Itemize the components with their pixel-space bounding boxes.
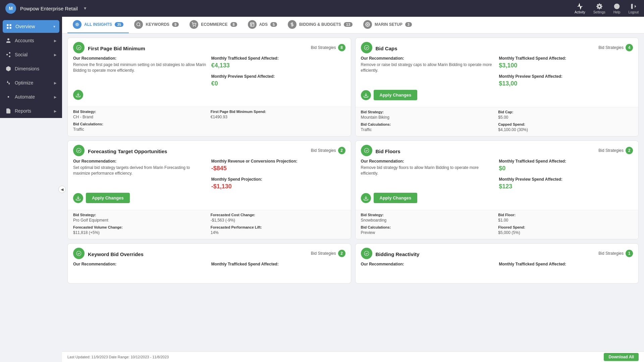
sidebar: Overview ▼ Accounts ▶ Social ▶ <box>0 17 62 118</box>
help-nav-item[interactable]: Help <box>613 3 621 14</box>
automate-icon <box>5 94 11 100</box>
svg-rect-3 <box>7 27 8 29</box>
logout-nav-item[interactable]: Logout <box>628 3 639 14</box>
automate-chevron-icon: ▶ <box>54 95 57 99</box>
sidebar-reports-label: Reports <box>15 108 31 114</box>
download-all-button[interactable]: Download All <box>604 353 639 361</box>
bid-strategies-label: Bid Strategies <box>311 148 336 153</box>
tab-keywords[interactable]: KEYWORDS 9 <box>129 17 184 34</box>
tab-ads-label: ADS <box>259 22 268 27</box>
svg-point-16 <box>76 45 81 50</box>
optimize-icon <box>5 80 11 86</box>
metric2-label: Monthly Preview Spend Affected: <box>211 74 345 79</box>
footer-label: Bid Strategy: <box>73 110 208 114</box>
metric1-value: €4,133 <box>211 62 345 69</box>
download-button[interactable] <box>73 193 83 203</box>
apply-changes-button[interactable]: Apply Changes <box>374 193 418 203</box>
social-icon <box>5 52 11 58</box>
sidebar-collapse-button[interactable]: ◀ <box>58 186 66 193</box>
card-recommendation: Our Recommendation: Set optimal bid stra… <box>73 159 207 190</box>
footer-label: Forecasted Volume Change: <box>73 225 208 229</box>
sidebar-item-automate[interactable]: Automate ▶ <box>0 90 62 104</box>
tab-marin-setup[interactable]: MARIN SETUP 3 <box>358 17 417 34</box>
card-header: Bidding Reactivity Bid Strategies 1 <box>356 244 639 262</box>
card-footer: Bid Strategy: CH - Brand First Page Bid … <box>68 107 351 136</box>
settings-nav-item[interactable]: Settings <box>593 3 605 14</box>
bid-strategies-count: 4 <box>626 44 633 51</box>
card-body: Our Recommendation: Set optimal bid stra… <box>68 159 351 210</box>
metric1-label: Monthly Trafficked Spend Affected: <box>499 262 633 266</box>
sidebar-social-label: Social <box>15 52 28 57</box>
bid-strategies-badge: Bid Strategies 1 <box>598 250 633 257</box>
bid-strategies-badge: Bid Strategies 8 <box>311 44 345 51</box>
footer-forecasted-lift: Forecasted Performance Lift: 14% <box>211 225 345 235</box>
card-keyword-bid-overrides: Keyword Bid Overrides Bid Strategies 2 O… <box>67 243 351 284</box>
accounts-icon <box>5 38 11 44</box>
footer-bid-cap: Bid Cap: $5.00 <box>498 110 633 120</box>
tab-all-insights-badge: 35 <box>115 22 123 27</box>
keywords-tab-icon <box>134 20 143 29</box>
sidebar-item-overview[interactable]: Overview ▼ <box>3 20 59 33</box>
activity-nav-item[interactable]: Activity <box>575 3 585 14</box>
metric1-label: Monthly Trafficked Spend Affected: <box>211 262 345 266</box>
tab-keywords-label: KEYWORDS <box>146 22 169 27</box>
card-body: Our Recommendation: Remove bid strategy … <box>356 159 639 210</box>
card-title: Bid Floors <box>376 148 400 154</box>
main-layout: Overview ▼ Accounts ▶ Social ▶ <box>0 17 644 362</box>
tab-bidding-budgets[interactable]: BIDDING & BUDGETS 13 <box>282 17 358 34</box>
card-metric-1: Monthly Trafficked Spend Affected: €4,13… <box>211 56 345 69</box>
recommendation-text: Remove or raise bid strategy caps to all… <box>361 62 495 73</box>
tab-ads-badge: 5 <box>270 22 277 27</box>
download-button[interactable] <box>361 193 371 203</box>
svg-point-8 <box>76 24 78 25</box>
footer-floored-spend: Floored Spend: $5,000 (5%) <box>498 225 633 235</box>
footer-label: Bid Calculations: <box>361 225 496 229</box>
recommendation-text: Set optimal bid strategy targets derived… <box>73 165 207 176</box>
tab-ecommerce[interactable]: ECOMMERCE 8 <box>184 17 242 34</box>
sidebar-item-dimensions[interactable]: Dimensions <box>0 62 62 76</box>
footer-label: Bid Floor: <box>498 213 633 217</box>
card-icon <box>73 145 85 156</box>
sidebar-item-optimize[interactable]: Optimize ▶ <box>0 76 62 90</box>
apply-changes-button[interactable]: Apply Changes <box>86 193 130 203</box>
card-header: First Page Bid Minimum Bid Strategies 8 <box>68 38 351 56</box>
tab-keywords-badge: 9 <box>172 22 179 27</box>
overview-icon <box>6 23 12 29</box>
sidebar-item-accounts[interactable]: Accounts ▶ <box>0 34 62 48</box>
footer-forecasted-cost: Forecasted Cost Change: -$1,563 (-9%) <box>211 213 345 223</box>
bid-strategies-label: Bid Strategies <box>598 251 624 256</box>
footer-bid-strategy: Bid Strategy: CH - Brand <box>73 110 208 119</box>
bid-strategies-badge: Bid Strategies 2 <box>311 250 345 257</box>
card-icon <box>73 42 85 53</box>
sidebar-item-reports[interactable]: Reports ▶ <box>0 104 62 118</box>
card-first-page-bid-minimum: First Page Bid Minimum Bid Strategies 8 … <box>67 38 351 136</box>
app-dropdown-icon[interactable]: ▼ <box>83 6 87 11</box>
footer-value: 14% <box>211 230 219 235</box>
sidebar-item-social[interactable]: Social ▶ <box>0 48 62 62</box>
tab-all-insights[interactable]: ALL INSIGHTS 35 <box>67 17 129 34</box>
apply-changes-button[interactable]: Apply Changes <box>374 90 418 100</box>
download-icon <box>363 93 369 98</box>
card-metric-2: Monthly Preview Spend Affected: €0 <box>211 74 345 87</box>
svg-point-21 <box>364 251 369 256</box>
download-button[interactable] <box>73 90 83 100</box>
settings-label: Settings <box>593 10 605 14</box>
bid-strategies-badge: Bid Strategies 4 <box>598 44 633 51</box>
top-nav-right: Activity Settings Help Logout <box>575 3 639 14</box>
bid-strategies-badge: Bid Strategies 2 <box>598 147 633 154</box>
download-button[interactable] <box>361 90 371 100</box>
forecast-icon <box>76 147 82 154</box>
card-metric-1: Monthly Trafficked Spend Affected: $0 <box>499 159 633 172</box>
metric1-label: Monthly Trafficked Spend Affected: <box>499 56 633 61</box>
recommendation-label: Our Recommendation: <box>73 56 207 61</box>
footer-value: Traffic <box>73 127 84 132</box>
footer-label: Bid Strategy: <box>73 213 208 217</box>
card-header: Bid Caps Bid Strategies 4 <box>356 38 639 56</box>
footer-capped-spend: Capped Spend: $4,100.00 (30%) <box>498 122 633 132</box>
svg-point-12 <box>195 26 196 26</box>
bottom-bar: Last Updated: 11/9/2023 Date Range: 10/1… <box>62 351 644 362</box>
footer-value: Pro Golf Equipment <box>73 218 108 223</box>
svg-point-19 <box>364 148 369 153</box>
svg-point-20 <box>76 251 81 256</box>
tab-ads[interactable]: ADS 5 <box>243 17 282 34</box>
